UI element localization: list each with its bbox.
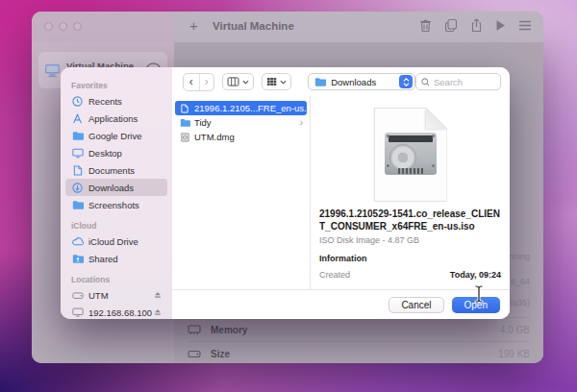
sidebar-item-utm[interactable]: UTM [65, 286, 167, 304]
file-row-utm-dmg[interactable]: UTM.dmg [175, 130, 307, 144]
file-name: 21996.1.2105...FRE_en-us.iso [194, 103, 318, 113]
folder-icon [71, 200, 84, 209]
eject-button[interactable] [154, 291, 162, 299]
sidebar-item-label: Documents [88, 165, 135, 176]
download-icon [71, 183, 84, 193]
chevron-right-icon: › [300, 117, 303, 128]
preview-pane: 21996.1.210529-1541.co_release_CLIENT_CO… [311, 96, 510, 289]
sidebar-item-label: Screenshots [88, 200, 139, 210]
open-file-dialog: Favorites Recents Applications Google Dr… [61, 67, 510, 319]
icloud-section-title: iCloud [71, 221, 172, 231]
sidebar-item-screenshots[interactable]: Screenshots [65, 196, 167, 213]
search-input[interactable] [434, 77, 495, 87]
clock-icon [71, 96, 84, 107]
back-button[interactable]: ‹ [184, 74, 199, 90]
sidebar-item-label: Google Drive [88, 131, 141, 141]
preview-filename: 21996.1.210529-1541.co_release_CLIENT_CO… [319, 208, 501, 233]
sidebar-item-icloud-drive[interactable]: iCloud Drive [65, 233, 167, 250]
sidebar-item-label: Shared [88, 254, 118, 264]
disk-image-icon [179, 133, 190, 142]
dialog-sidebar: Favorites Recents Applications Google Dr… [61, 67, 172, 319]
folder-icon [179, 118, 190, 127]
nav-segment: ‹ › [183, 73, 214, 91]
folder-icon [314, 77, 326, 86]
chevron-down-icon [242, 80, 249, 85]
location-popup[interactable]: Downloads [308, 73, 415, 90]
page-fold [426, 108, 447, 129]
sidebar-item-label: iCloud Drive [88, 236, 138, 247]
search-field[interactable] [415, 73, 501, 90]
sidebar-item-192-168-68-100[interactable]: 192.168.68.100 [65, 304, 167, 319]
sidebar-item-shared[interactable]: Shared [65, 250, 167, 267]
grid-icon [266, 77, 277, 86]
file-name: UTM.dmg [194, 132, 235, 142]
sidebar-item-label: Desktop [88, 148, 122, 159]
cancel-button[interactable]: Cancel [389, 297, 443, 313]
applications-icon [71, 113, 84, 124]
sidebar-item-label: Downloads [88, 183, 134, 193]
preview-kind-size: ISO Disk Image - 4.87 GB [319, 235, 501, 245]
columns-icon [227, 77, 239, 86]
file-name: Tidy [194, 117, 212, 128]
popup-arrows-icon [399, 75, 413, 88]
mouse-cursor-ibeam [473, 284, 485, 304]
icon-view-button[interactable] [262, 73, 291, 90]
file-list: 21996.1.2105...FRE_en-us.iso Tidy › UTM.… [172, 96, 310, 289]
eject-button[interactable] [154, 308, 162, 316]
preview-information-header: Information [319, 254, 501, 263]
dialog-toolbar: ‹ › Downloads [172, 67, 510, 96]
created-value: Today, 09:24 [450, 270, 501, 280]
iso-file-preview-icon [374, 108, 447, 202]
dialog-footer: Cancel Open [172, 289, 510, 319]
document-icon [179, 104, 190, 113]
sidebar-item-label: UTM [88, 290, 109, 301]
preview-created-row: Created Today, 09:24 [319, 270, 501, 280]
sidebar-item-documents[interactable]: Documents [65, 161, 167, 179]
sidebar-item-google-drive[interactable]: Google Drive [65, 127, 167, 144]
desktop-icon [71, 148, 84, 159]
hard-drive-graphic [385, 133, 437, 175]
locations-section-title: Locations [71, 275, 172, 284]
sidebar-item-label: 192.168.68.100 [88, 307, 152, 318]
display-icon [71, 307, 84, 317]
created-label: Created [319, 270, 350, 280]
forward-button[interactable]: › [199, 74, 214, 90]
search-icon [421, 78, 430, 86]
sidebar-item-label: Recents [88, 96, 122, 107]
favorites-section-title: Favorites [71, 81, 172, 90]
location-popup-label: Downloads [331, 77, 399, 87]
file-row-tidy[interactable]: Tidy › [175, 115, 307, 130]
chevron-down-icon [280, 80, 287, 85]
shared-folder-icon [71, 254, 84, 263]
sidebar-item-downloads[interactable]: Downloads [65, 179, 167, 196]
document-icon [71, 165, 84, 176]
sidebar-item-desktop[interactable]: Desktop [65, 144, 167, 161]
desktop-wallpaper: + Virtual Machine Virtual Machine Standa… [0, 0, 577, 392]
drive-icon [71, 291, 84, 300]
file-row-iso[interactable]: 21996.1.2105...FRE_en-us.iso [175, 101, 307, 115]
sidebar-item-applications[interactable]: Applications [65, 110, 167, 127]
cloud-icon [71, 237, 84, 246]
sidebar-item-recents[interactable]: Recents [65, 92, 167, 110]
column-view-button[interactable] [222, 73, 254, 90]
folder-icon [71, 131, 84, 140]
sidebar-item-label: Applications [88, 113, 138, 124]
